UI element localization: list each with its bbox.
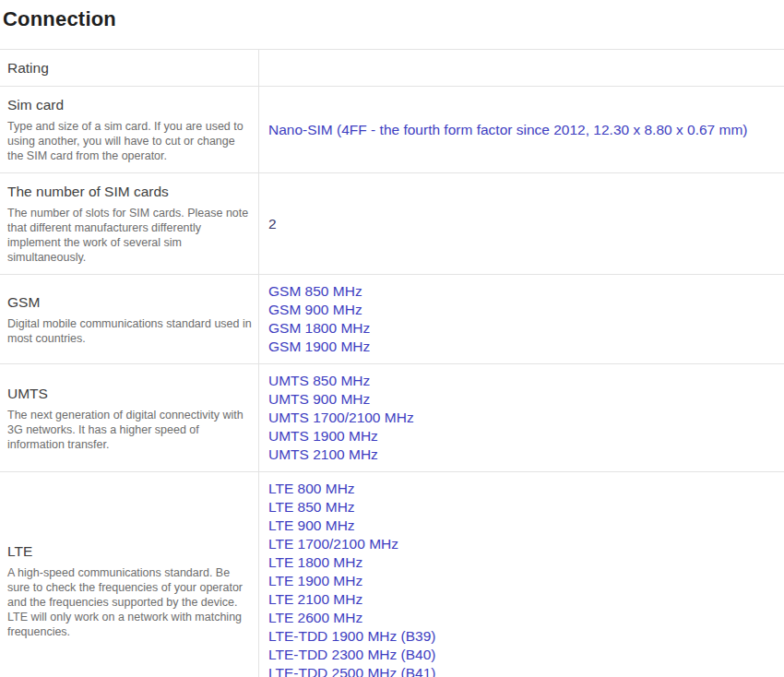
spec-row: LTE A high-speed communications standard… [0,472,784,677]
spec-value-link[interactable]: LTE 1700/2100 MHz [268,535,775,553]
spec-label: LTE [7,542,253,560]
spec-label: The number of SIM cards [7,183,253,200]
spec-value-link[interactable]: UMTS 1900 MHz [268,427,775,445]
spec-value-link[interactable]: GSM 1900 MHz [268,338,775,356]
spec-value-link[interactable]: LTE-TDD 2300 MHz (B40) [268,646,775,664]
spec-table: Rating Sim card Type and size of a sim c… [0,49,784,677]
spec-value-cell: Nano-SIM (4FF - the fourth form factor s… [259,87,784,172]
spec-row: GSM Digital mobile communications standa… [0,275,784,364]
spec-row: The number of SIM cards The number of sl… [0,173,784,275]
spec-description: Digital mobile communications standard u… [7,316,253,346]
section-title: Connection [3,7,784,31]
spec-value-link[interactable]: UMTS 1700/2100 MHz [268,409,775,427]
spec-value-link[interactable]: LTE 2600 MHz [268,609,775,627]
spec-label-cell: UMTS The next generation of digital conn… [0,364,259,471]
spec-value-link[interactable]: LTE-TDD 2500 MHz (B41) [268,664,775,677]
spec-value-link[interactable]: GSM 900 MHz [268,301,775,319]
spec-description: Type and size of a sim card. If you are … [7,119,253,163]
spec-value-link[interactable]: Nano-SIM (4FF - the fourth form factor s… [268,121,775,139]
spec-label-cell: Sim card Type and size of a sim card. If… [0,87,259,172]
spec-value-link[interactable]: LTE 900 MHz [268,517,775,535]
spec-description: The number of slots for SIM cards. Pleas… [7,206,253,265]
spec-label: Sim card [7,96,253,113]
spec-value-link[interactable]: GSM 850 MHz [268,282,775,301]
spec-value-link[interactable]: LTE 1900 MHz [268,572,775,590]
spec-value-cell: GSM 850 MHzGSM 900 MHzGSM 1800 MHzGSM 19… [259,275,784,363]
spec-row: Rating [0,50,784,87]
spec-value-cell: UMTS 850 MHzUMTS 900 MHzUMTS 1700/2100 M… [259,364,784,471]
spec-value-cell: LTE 800 MHzLTE 850 MHzLTE 900 MHzLTE 170… [259,472,784,677]
spec-label-cell: The number of SIM cards The number of sl… [0,173,259,274]
spec-value-link[interactable]: LTE 1800 MHz [268,553,775,572]
spec-label: UMTS [7,385,253,402]
spec-value-link[interactable]: UMTS 900 MHz [268,390,775,409]
spec-value-link[interactable]: UMTS 850 MHz [268,372,775,390]
spec-label-cell: GSM Digital mobile communications standa… [0,275,259,363]
spec-row: Sim card Type and size of a sim card. If… [0,87,784,173]
spec-description: The next generation of digital connectiv… [7,408,253,452]
spec-row: UMTS The next generation of digital conn… [0,364,784,472]
spec-value-cell: 2 [259,173,784,274]
spec-value-text: 2 [268,215,775,233]
spec-value-link[interactable]: LTE 2100 MHz [268,590,775,609]
spec-value-link[interactable]: GSM 1800 MHz [268,319,775,338]
spec-value-link[interactable]: LTE 850 MHz [268,498,775,517]
spec-description: A high-speed communications standard. Be… [7,565,253,639]
specifications-page: Connection Rating Sim card Type and size… [0,0,784,677]
spec-label: GSM [7,293,253,311]
spec-value-link[interactable]: UMTS 2100 MHz [268,445,775,464]
spec-label: Rating [7,59,253,77]
spec-label-cell: LTE A high-speed communications standard… [0,472,259,677]
spec-value-link[interactable]: LTE 800 MHz [268,480,775,498]
spec-value-cell [259,50,784,86]
spec-value-link[interactable]: LTE-TDD 1900 MHz (B39) [268,627,775,646]
spec-label-cell: Rating [0,50,259,86]
